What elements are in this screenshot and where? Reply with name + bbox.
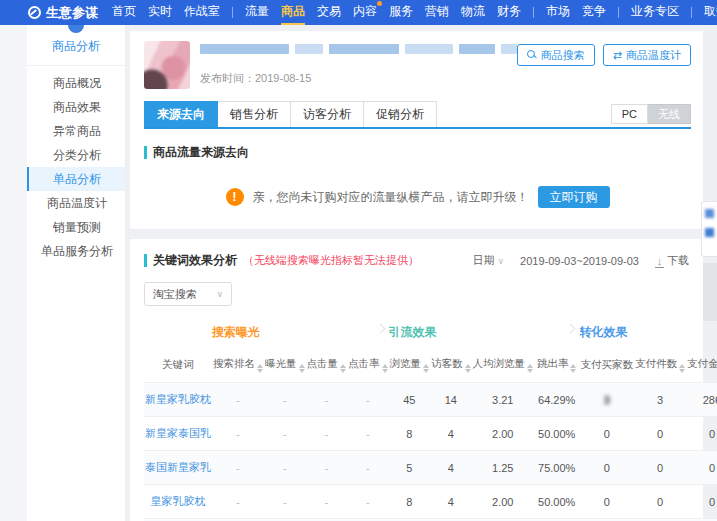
value-cell: - bbox=[306, 417, 348, 451]
nav-item-competition[interactable]: 竞争 bbox=[582, 0, 606, 25]
sort-icon[interactable] bbox=[340, 364, 346, 373]
sidebar-item-single-item-service[interactable]: 单品服务分析 bbox=[27, 239, 125, 263]
column-header-keyword: 关键词 bbox=[144, 350, 212, 383]
value-cell: - bbox=[264, 485, 306, 519]
sort-icon[interactable] bbox=[465, 364, 471, 373]
column-header-ctr[interactable]: 点击率 bbox=[347, 350, 389, 383]
sidebar-item-product-effect[interactable]: 商品效果 bbox=[27, 95, 125, 119]
cell-value: 3.21 bbox=[492, 394, 513, 406]
sidebar-item-product-thermometer[interactable]: 商品温度计 bbox=[27, 191, 125, 215]
brand[interactable]: 生意参谋 bbox=[28, 4, 98, 22]
product-header-card: 发布时间：2019-08-15 商品搜索 ⇄ 商品温度计 bbox=[130, 31, 703, 229]
nav-item-logistics[interactable]: 物流 bbox=[461, 0, 485, 25]
download-icon: ↓ bbox=[655, 255, 664, 267]
sort-icon[interactable] bbox=[299, 364, 305, 373]
tab-source-destination[interactable]: 来源去向 bbox=[144, 101, 218, 127]
flow-section-title: 商品流量来源去向 bbox=[153, 144, 249, 161]
product-thermometer-button[interactable]: ⇄ 商品温度计 bbox=[603, 44, 691, 66]
table-group-label: 搜索曝光 bbox=[212, 325, 260, 339]
value-cell: 45 bbox=[389, 383, 431, 417]
sidebar-menu: 商品概况商品效果异常商品分类分析单品分析商品温度计销量预测单品服务分析 bbox=[27, 66, 125, 263]
device-toggle-wireless[interactable]: 无线 bbox=[648, 104, 691, 124]
product-thermometer-label: 商品温度计 bbox=[626, 48, 681, 63]
sort-down-arrow bbox=[465, 369, 471, 373]
cell-value: - bbox=[236, 394, 240, 406]
date-label: 日期 bbox=[472, 253, 494, 268]
column-header-visitors[interactable]: 访客数 bbox=[430, 350, 472, 383]
value-cell: 0 bbox=[686, 417, 717, 451]
sort-icon[interactable] bbox=[423, 364, 429, 373]
cell-value: - bbox=[283, 428, 287, 440]
column-header-paid-items[interactable]: 支付件数 bbox=[634, 350, 686, 383]
keyword-section-note: （无线端搜索曝光指标暂无法提供） bbox=[243, 253, 419, 268]
sidebar-item-single-item-analysis[interactable]: 单品分析 bbox=[27, 167, 125, 191]
sort-icon[interactable] bbox=[570, 364, 576, 373]
nav-item-product[interactable]: 商品 bbox=[281, 0, 305, 25]
value-cell: 4 bbox=[430, 451, 472, 485]
value-cell: 50.00% bbox=[534, 417, 579, 451]
tab-sales-analysis[interactable]: 销售分析 bbox=[218, 101, 291, 127]
nav-item-data-extract[interactable]: 取数 bbox=[704, 0, 717, 25]
nav-item-war-room[interactable]: 作战室 bbox=[184, 0, 220, 25]
feedback-float-tab[interactable] bbox=[701, 201, 717, 257]
tab-promotion-analysis[interactable]: 促销分析 bbox=[364, 101, 437, 127]
nav-item-business-zone[interactable]: 业务专区 bbox=[631, 0, 679, 25]
nav-item-content[interactable]: 内容 bbox=[353, 0, 377, 25]
value-cell: 0 bbox=[634, 485, 686, 519]
sort-up-arrow bbox=[299, 364, 305, 368]
cell-value: 1.25 bbox=[492, 462, 513, 474]
value-cell: 3 bbox=[634, 383, 686, 417]
value-cell: 2.00 bbox=[472, 485, 535, 519]
column-header-bounce-rate[interactable]: 跳出率 bbox=[534, 350, 579, 383]
cell-value: 0 bbox=[604, 496, 610, 508]
download-button[interactable]: ↓ 下载 bbox=[655, 253, 689, 268]
table-header-row: 关键词搜索排名曝光量点击量点击率浏览量访客数人均浏览量跳出率支付买家数支付件数支… bbox=[144, 350, 717, 383]
sidebar-item-sales-forecast[interactable]: 销量预测 bbox=[27, 215, 125, 239]
nav-item-trade[interactable]: 交易 bbox=[317, 0, 341, 25]
cell-value: - bbox=[324, 496, 328, 508]
product-title-redacted bbox=[200, 44, 517, 54]
nav-divider bbox=[232, 7, 233, 18]
product-search-button[interactable]: 商品搜索 bbox=[517, 44, 595, 66]
nav-item-home[interactable]: 首页 bbox=[112, 0, 136, 25]
cell-value: 0 bbox=[657, 496, 663, 508]
column-header-search-rank[interactable]: 搜索排名 bbox=[212, 350, 264, 383]
sidebar-item-category-analysis[interactable]: 分类分析 bbox=[27, 143, 125, 167]
order-now-button[interactable]: 立即订购 bbox=[538, 186, 610, 208]
device-toggle-pc[interactable]: PC bbox=[611, 104, 648, 124]
table-group-row: 搜索曝光引流效果转化效果 bbox=[144, 316, 717, 350]
value-cell: - bbox=[347, 451, 389, 485]
keyword-link[interactable]: 新皇家乳胶枕 bbox=[145, 393, 211, 405]
cell-value: 3 bbox=[604, 394, 610, 406]
sidebar-item-product-overview[interactable]: 商品概况 bbox=[27, 71, 125, 95]
keyword-link[interactable]: 泰国新皇家乳 bbox=[145, 461, 211, 473]
cell-value: - bbox=[236, 496, 240, 508]
column-header-pageviews[interactable]: 浏览量 bbox=[389, 350, 431, 383]
channel-select[interactable]: 淘宝搜索 ∨ bbox=[144, 282, 232, 306]
nav-item-market[interactable]: 市场 bbox=[546, 0, 570, 25]
nav-item-service[interactable]: 服务 bbox=[389, 0, 413, 25]
sort-icon[interactable] bbox=[527, 364, 533, 373]
column-header-clicks[interactable]: 点击量 bbox=[306, 350, 348, 383]
nav-item-realtime[interactable]: 实时 bbox=[148, 0, 172, 25]
column-header-avg-pageviews[interactable]: 人均浏览量 bbox=[472, 350, 535, 383]
cell-value: 8 bbox=[406, 428, 412, 440]
cell-value: - bbox=[324, 428, 328, 440]
value-cell: 0 bbox=[634, 451, 686, 485]
column-header-exposure[interactable]: 曝光量 bbox=[264, 350, 306, 383]
sort-down-arrow bbox=[423, 369, 429, 373]
keyword-link[interactable]: 皇家乳胶枕 bbox=[151, 495, 206, 507]
nav-item-traffic[interactable]: 流量 bbox=[245, 0, 269, 25]
sidebar-item-abnormal-products[interactable]: 异常商品 bbox=[27, 119, 125, 143]
nav-item-marketing[interactable]: 营销 bbox=[425, 0, 449, 25]
sort-icon[interactable] bbox=[382, 364, 388, 373]
nav-item-finance[interactable]: 财务 bbox=[497, 0, 521, 25]
value-cell: 2.00 bbox=[472, 417, 535, 451]
column-header-paid-amount[interactable]: 支付金额 bbox=[686, 350, 717, 383]
tab-visitor-analysis[interactable]: 访客分析 bbox=[291, 101, 364, 127]
sort-icon[interactable] bbox=[257, 364, 263, 373]
sort-icon[interactable] bbox=[679, 364, 685, 373]
keyword-cell: 泰国新皇家乳 bbox=[144, 451, 212, 485]
keyword-link[interactable]: 新皇家泰国乳 bbox=[145, 427, 211, 439]
date-dropdown[interactable]: 日期 ∨ bbox=[472, 253, 504, 268]
